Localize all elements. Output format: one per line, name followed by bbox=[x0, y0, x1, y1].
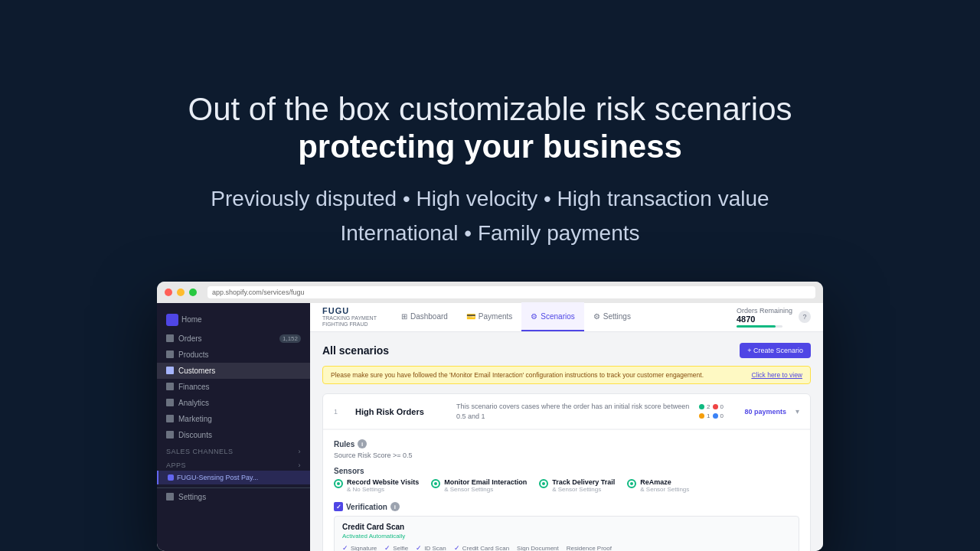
create-scenario-button[interactable]: + Create Scenario bbox=[740, 343, 811, 358]
sensors-section-label: Sensors bbox=[334, 467, 799, 475]
sensor-2-check bbox=[431, 479, 440, 488]
sidebar-item-settings[interactable]: Settings bbox=[157, 487, 310, 506]
status-count-2: 0 bbox=[720, 403, 724, 410]
v1-option-signdoc: Sign Document bbox=[517, 544, 559, 551]
sensor-2-info: Monitor Email Interaction & Sensor Setti… bbox=[444, 478, 527, 493]
tagline-line2: FIGHTING FRAUD bbox=[322, 321, 377, 328]
products-label: Products bbox=[178, 350, 208, 359]
verification-header: ✓ Verification i bbox=[334, 502, 799, 511]
discounts-label: Discounts bbox=[178, 431, 212, 439]
rules-info-icon[interactable]: i bbox=[358, 439, 367, 448]
scenario-card: 1 High Risk Orders This scenario covers … bbox=[322, 393, 811, 551]
tab-dashboard[interactable]: ⊞ Dashboard bbox=[392, 302, 457, 331]
orders-remaining-bar bbox=[737, 325, 782, 328]
orders-remaining-label: Orders Remaining bbox=[737, 307, 792, 315]
sensor-4-check-inner bbox=[630, 482, 633, 485]
verification-label: Verification bbox=[346, 503, 387, 511]
app-header-left: FUGU TRACKING PAYMENT FIGHTING FRAUD ⊞ D… bbox=[322, 302, 640, 331]
status-count-3: 1 bbox=[707, 412, 710, 419]
sales-channels-section: Sales channels › bbox=[157, 443, 310, 457]
sidebar-item-products[interactable]: Products bbox=[157, 347, 310, 363]
tab-payments[interactable]: 💳 Payments bbox=[457, 302, 521, 331]
sidebar-item-finances[interactable]: Finances bbox=[157, 379, 310, 395]
fugu-logo: FUGU bbox=[322, 306, 377, 315]
verification-info-icon[interactable]: i bbox=[390, 502, 400, 511]
fugu-tagline: TRACKING PAYMENT FIGHTING FRAUD bbox=[322, 315, 377, 328]
discounts-icon bbox=[166, 431, 174, 439]
app-header: FUGU TRACKING PAYMENT FIGHTING FRAUD ⊞ D… bbox=[310, 303, 823, 332]
v1-label-selfie: Selfie bbox=[393, 545, 408, 551]
rules-section-label: Rules i bbox=[334, 439, 799, 448]
verification-card-1: Credit Card Scan Activated Automatically… bbox=[334, 516, 799, 551]
analytics-label: Analytics bbox=[178, 399, 209, 407]
status-dot-red-1 bbox=[713, 404, 718, 409]
v1-label-idscan: ID Scan bbox=[424, 545, 446, 551]
payments-icon: 💳 bbox=[466, 312, 475, 321]
scenario-description: This scenario covers cases where the ord… bbox=[456, 402, 690, 421]
dashboard-icon: ⊞ bbox=[401, 312, 407, 321]
analytics-icon bbox=[166, 399, 174, 406]
create-btn-label: + Create Scenario bbox=[747, 347, 803, 354]
v1-check-3: ✓ bbox=[416, 544, 422, 551]
scenario-payments: 80 payments bbox=[733, 408, 786, 416]
sensor-2: Monitor Email Interaction & Sensor Setti… bbox=[431, 478, 527, 493]
v1-option-idscan: ✓ ID Scan bbox=[416, 544, 446, 551]
url-bar[interactable]: app.shopify.com/services/fugu bbox=[207, 286, 815, 298]
v1-option-ccscan: ✓ Credit Card Scan bbox=[454, 544, 509, 551]
tab-scenarios[interactable]: ⚙ Scenarios bbox=[521, 302, 583, 331]
app-header-right: Orders Remaining 4870 ? bbox=[737, 307, 811, 328]
tab-scenarios-label: Scenarios bbox=[541, 312, 574, 321]
products-icon bbox=[166, 350, 174, 358]
sidebar-item-marketing[interactable]: Marketing bbox=[157, 411, 310, 427]
sensors-label: Sensors bbox=[334, 467, 364, 475]
scenarios-header: All scenarios + Create Scenario bbox=[322, 343, 811, 358]
verification-options-1: ✓ Signature ✓ Selfie ✓ I bbox=[342, 544, 791, 551]
verification-card-1-title: Credit Card Scan bbox=[342, 523, 791, 531]
home-label[interactable]: Home bbox=[181, 315, 202, 324]
scenario-number: 1 bbox=[334, 408, 346, 416]
sensor-4-info: ReAmaze & Sensor Settings bbox=[640, 478, 689, 493]
alert-text: Please make sure you have followed the '… bbox=[331, 371, 704, 379]
browser-chrome: app.shopify.com/services/fugu bbox=[157, 282, 823, 303]
sidebar-item-fugu[interactable]: FUGU-Sensing Post Pay... bbox=[157, 471, 310, 484]
orders-icon bbox=[166, 334, 174, 342]
fugu-app-icon bbox=[168, 474, 174, 481]
status-count-1: 2 bbox=[707, 403, 710, 410]
orders-badge: 1,152 bbox=[279, 334, 301, 343]
alert-link[interactable]: Click here to view bbox=[751, 371, 802, 379]
v1-option-residence: Residence Proof bbox=[567, 544, 612, 551]
sensor-3-name: Track Delivery Trail bbox=[552, 478, 615, 486]
tab-settings[interactable]: ⚙ Settings bbox=[584, 302, 640, 331]
rules-label: Rules bbox=[334, 440, 354, 448]
features-line1: Previously disputed • High velocity • Hi… bbox=[211, 187, 769, 210]
apps-chevron-icon: › bbox=[299, 461, 302, 469]
scenario-row: 1 High Risk Orders This scenario covers … bbox=[323, 394, 810, 429]
orders-remaining-widget: Orders Remaining 4870 bbox=[737, 307, 792, 328]
expand-icon[interactable]: ▾ bbox=[795, 407, 799, 416]
sensors-grid: Record Website Visits & No Settings Moni… bbox=[334, 478, 799, 493]
minimize-dot[interactable] bbox=[177, 289, 185, 296]
chevron-icon: › bbox=[299, 448, 302, 455]
sensor-2-check-inner bbox=[434, 482, 437, 485]
status-dot-yellow-1 bbox=[699, 413, 704, 419]
tab-dashboard-label: Dashboard bbox=[410, 312, 448, 321]
close-dot[interactable] bbox=[165, 289, 172, 296]
sensor-1-info: Record Website Visits & No Settings bbox=[347, 478, 419, 493]
fullscreen-dot[interactable] bbox=[189, 289, 197, 296]
sidebar-item-customers[interactable]: Customers bbox=[157, 363, 310, 379]
hero-section: Out of the box customizable risk scenari… bbox=[188, 44, 792, 251]
verification-section: ✓ Verification i Credit Card Scan Activa… bbox=[334, 502, 799, 551]
sensor-1-sub: & No Settings bbox=[347, 486, 419, 493]
verification-checkbox[interactable]: ✓ bbox=[334, 502, 343, 511]
v1-label-ccscan: Credit Card Scan bbox=[462, 545, 509, 551]
v1-option-signature: ✓ Signature bbox=[342, 544, 377, 551]
help-icon[interactable]: ? bbox=[799, 311, 811, 323]
sidebar-item-analytics[interactable]: Analytics bbox=[157, 395, 310, 411]
customers-icon bbox=[166, 367, 174, 374]
v1-check-4: ✓ bbox=[454, 544, 460, 551]
sidebar-item-discounts[interactable]: Discounts bbox=[157, 427, 310, 443]
sidebar: Home Orders 1,152 Products Customers bbox=[157, 303, 310, 551]
marketing-icon bbox=[166, 415, 174, 422]
sidebar-item-orders[interactable]: Orders 1,152 bbox=[157, 331, 310, 347]
sensor-3-check-inner bbox=[542, 482, 545, 485]
